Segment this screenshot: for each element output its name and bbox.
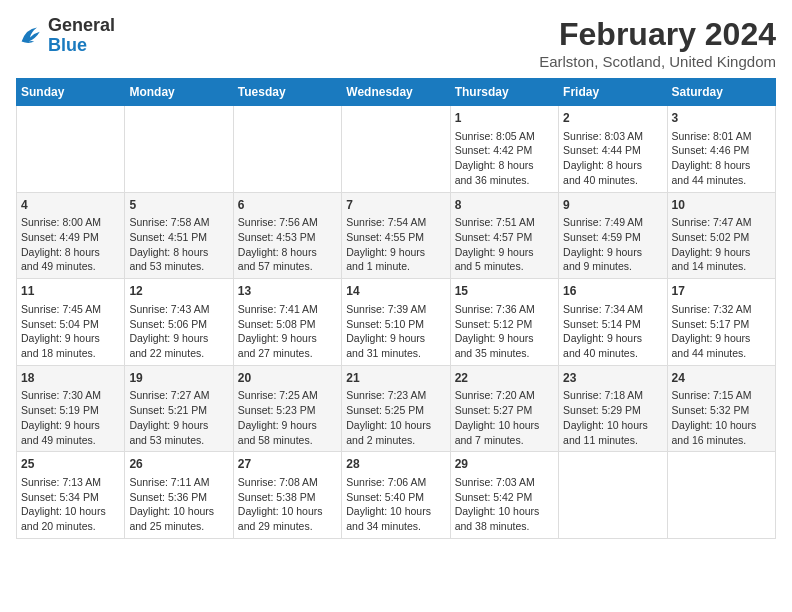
day-info: Sunrise: 7:49 AM	[563, 215, 662, 230]
calendar-cell: 1Sunrise: 8:05 AMSunset: 4:42 PMDaylight…	[450, 106, 558, 193]
weekday-header: Sunday	[17, 79, 125, 106]
day-info: and 40 minutes.	[563, 346, 662, 361]
calendar-table: SundayMondayTuesdayWednesdayThursdayFrid…	[16, 78, 776, 539]
day-info: Sunrise: 7:11 AM	[129, 475, 228, 490]
day-info: Sunset: 4:57 PM	[455, 230, 554, 245]
day-info: and 44 minutes.	[672, 346, 771, 361]
day-info: Daylight: 9 hours	[672, 331, 771, 346]
day-number: 29	[455, 456, 554, 473]
day-info: and 49 minutes.	[21, 433, 120, 448]
day-info: Sunset: 5:36 PM	[129, 490, 228, 505]
day-number: 17	[672, 283, 771, 300]
day-info: Sunrise: 7:20 AM	[455, 388, 554, 403]
day-info: and 1 minute.	[346, 259, 445, 274]
day-info: Sunset: 4:44 PM	[563, 143, 662, 158]
day-info: and 5 minutes.	[455, 259, 554, 274]
day-info: Sunrise: 7:36 AM	[455, 302, 554, 317]
calendar-cell: 13Sunrise: 7:41 AMSunset: 5:08 PMDayligh…	[233, 279, 341, 366]
day-info: Daylight: 10 hours	[455, 418, 554, 433]
calendar-cell: 22Sunrise: 7:20 AMSunset: 5:27 PMDayligh…	[450, 365, 558, 452]
day-info: Daylight: 9 hours	[21, 331, 120, 346]
day-info: and 14 minutes.	[672, 259, 771, 274]
calendar-cell	[342, 106, 450, 193]
day-info: Sunrise: 7:43 AM	[129, 302, 228, 317]
day-info: and 18 minutes.	[21, 346, 120, 361]
day-info: Sunrise: 7:23 AM	[346, 388, 445, 403]
day-info: Daylight: 9 hours	[129, 331, 228, 346]
day-info: and 11 minutes.	[563, 433, 662, 448]
day-info: Sunset: 5:10 PM	[346, 317, 445, 332]
calendar-week-row: 11Sunrise: 7:45 AMSunset: 5:04 PMDayligh…	[17, 279, 776, 366]
day-number: 25	[21, 456, 120, 473]
calendar-cell: 6Sunrise: 7:56 AMSunset: 4:53 PMDaylight…	[233, 192, 341, 279]
day-info: Daylight: 9 hours	[672, 245, 771, 260]
weekday-header: Monday	[125, 79, 233, 106]
day-info: Sunrise: 7:47 AM	[672, 215, 771, 230]
day-info: Sunrise: 7:39 AM	[346, 302, 445, 317]
day-info: Daylight: 9 hours	[21, 418, 120, 433]
day-number: 20	[238, 370, 337, 387]
calendar-cell: 12Sunrise: 7:43 AMSunset: 5:06 PMDayligh…	[125, 279, 233, 366]
calendar-cell: 25Sunrise: 7:13 AMSunset: 5:34 PMDayligh…	[17, 452, 125, 539]
calendar-cell: 14Sunrise: 7:39 AMSunset: 5:10 PMDayligh…	[342, 279, 450, 366]
calendar-header-row: SundayMondayTuesdayWednesdayThursdayFrid…	[17, 79, 776, 106]
day-info: and 36 minutes.	[455, 173, 554, 188]
day-info: Daylight: 10 hours	[346, 418, 445, 433]
day-info: Sunrise: 8:05 AM	[455, 129, 554, 144]
day-info: Sunset: 5:34 PM	[21, 490, 120, 505]
day-info: Daylight: 10 hours	[455, 504, 554, 519]
day-info: Daylight: 9 hours	[455, 331, 554, 346]
day-info: Sunrise: 7:32 AM	[672, 302, 771, 317]
day-info: and 40 minutes.	[563, 173, 662, 188]
day-info: and 34 minutes.	[346, 519, 445, 534]
day-number: 8	[455, 197, 554, 214]
day-info: Sunset: 5:14 PM	[563, 317, 662, 332]
day-info: and 27 minutes.	[238, 346, 337, 361]
day-info: Sunset: 5:08 PM	[238, 317, 337, 332]
day-number: 16	[563, 283, 662, 300]
calendar-cell	[667, 452, 775, 539]
day-info: Sunset: 5:40 PM	[346, 490, 445, 505]
day-info: and 25 minutes.	[129, 519, 228, 534]
day-info: Sunrise: 7:51 AM	[455, 215, 554, 230]
day-info: Daylight: 10 hours	[129, 504, 228, 519]
day-number: 2	[563, 110, 662, 127]
day-info: Daylight: 10 hours	[21, 504, 120, 519]
page-header: General Blue February 2024 Earlston, Sco…	[16, 16, 776, 70]
day-info: Daylight: 8 hours	[563, 158, 662, 173]
day-info: and 49 minutes.	[21, 259, 120, 274]
calendar-title: February 2024	[539, 16, 776, 53]
calendar-cell: 24Sunrise: 7:15 AMSunset: 5:32 PMDayligh…	[667, 365, 775, 452]
day-number: 13	[238, 283, 337, 300]
day-info: Sunrise: 7:13 AM	[21, 475, 120, 490]
day-info: Sunset: 5:27 PM	[455, 403, 554, 418]
day-info: Daylight: 9 hours	[346, 331, 445, 346]
calendar-cell	[559, 452, 667, 539]
day-info: Daylight: 8 hours	[672, 158, 771, 173]
logo: General Blue	[16, 16, 115, 56]
day-info: and 31 minutes.	[346, 346, 445, 361]
calendar-week-row: 18Sunrise: 7:30 AMSunset: 5:19 PMDayligh…	[17, 365, 776, 452]
day-number: 5	[129, 197, 228, 214]
calendar-cell: 5Sunrise: 7:58 AMSunset: 4:51 PMDaylight…	[125, 192, 233, 279]
weekday-header: Wednesday	[342, 79, 450, 106]
day-info: Daylight: 9 hours	[563, 245, 662, 260]
weekday-header: Thursday	[450, 79, 558, 106]
day-info: Sunset: 4:53 PM	[238, 230, 337, 245]
day-info: Sunrise: 7:08 AM	[238, 475, 337, 490]
day-info: Sunset: 5:17 PM	[672, 317, 771, 332]
calendar-cell: 23Sunrise: 7:18 AMSunset: 5:29 PMDayligh…	[559, 365, 667, 452]
day-number: 24	[672, 370, 771, 387]
day-info: and 7 minutes.	[455, 433, 554, 448]
day-number: 28	[346, 456, 445, 473]
calendar-cell: 7Sunrise: 7:54 AMSunset: 4:55 PMDaylight…	[342, 192, 450, 279]
day-info: Daylight: 9 hours	[563, 331, 662, 346]
day-number: 6	[238, 197, 337, 214]
day-info: and 16 minutes.	[672, 433, 771, 448]
weekday-header: Friday	[559, 79, 667, 106]
calendar-cell: 27Sunrise: 7:08 AMSunset: 5:38 PMDayligh…	[233, 452, 341, 539]
weekday-header: Saturday	[667, 79, 775, 106]
day-number: 19	[129, 370, 228, 387]
day-info: Daylight: 8 hours	[129, 245, 228, 260]
day-number: 14	[346, 283, 445, 300]
